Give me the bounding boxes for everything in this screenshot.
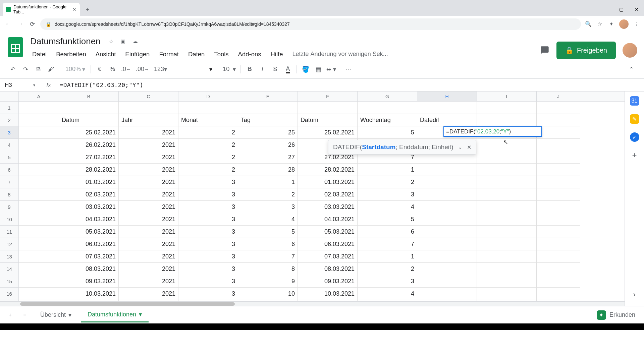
cell[interactable]: 05.03.2021 bbox=[298, 226, 358, 238]
more-toolbar-icon[interactable]: ⋯ bbox=[343, 63, 355, 75]
cell[interactable]: 2021 bbox=[119, 250, 178, 263]
expand-hint-icon[interactable]: ⌄ bbox=[458, 144, 462, 150]
maximize-icon[interactable]: ▢ bbox=[614, 3, 629, 16]
cell[interactable]: 28.02.2021 bbox=[59, 164, 119, 176]
cell[interactable] bbox=[19, 102, 59, 114]
formula-input[interactable]: =DATEDIF("02.03.20;"Y") bbox=[57, 81, 644, 88]
cell[interactable]: 7 bbox=[358, 238, 417, 250]
undo-icon[interactable]: ↶ bbox=[7, 63, 19, 75]
row-header[interactable]: 6 bbox=[0, 164, 19, 176]
cell[interactable] bbox=[19, 126, 59, 139]
cell[interactable]: 3 bbox=[178, 288, 238, 300]
cell[interactable] bbox=[477, 201, 537, 213]
cell[interactable]: 5 bbox=[358, 126, 417, 139]
sheet-tab-uebersicht[interactable]: Übersicht ▾ bbox=[34, 308, 78, 322]
cell[interactable]: 10.03.2021 bbox=[298, 288, 358, 300]
cell[interactable] bbox=[19, 164, 59, 176]
cell[interactable]: 01.03.2021 bbox=[298, 176, 358, 188]
row-header[interactable]: 3 bbox=[0, 126, 19, 139]
row-header[interactable]: 14 bbox=[0, 263, 19, 275]
cell[interactable] bbox=[537, 288, 580, 300]
menu-ansicht[interactable]: Ansicht bbox=[92, 49, 120, 60]
sheets-logo-icon[interactable] bbox=[7, 36, 24, 59]
cell[interactable] bbox=[19, 114, 59, 126]
col-header-f[interactable]: F bbox=[298, 92, 358, 101]
row-header[interactable]: 2 bbox=[0, 114, 19, 126]
cell[interactable] bbox=[417, 188, 477, 201]
menu-datei[interactable]: Datei bbox=[28, 49, 51, 60]
cell[interactable]: 1 bbox=[358, 250, 417, 263]
sheet-tab-datumsfunktionen[interactable]: Datumsfunktionen ▾ bbox=[81, 307, 149, 322]
menu-tools[interactable]: Tools bbox=[210, 49, 232, 60]
cell[interactable] bbox=[298, 102, 358, 114]
cell[interactable]: Datum bbox=[298, 114, 358, 126]
cell[interactable] bbox=[417, 275, 477, 288]
cell[interactable] bbox=[19, 275, 59, 288]
cell[interactable]: 2021 bbox=[119, 188, 178, 201]
cell[interactable]: 03.03.2021 bbox=[298, 201, 358, 213]
redo-icon[interactable]: ↷ bbox=[19, 63, 32, 75]
cell[interactable]: Wochentag bbox=[358, 114, 417, 126]
cell[interactable]: 8 bbox=[238, 263, 298, 275]
cell[interactable] bbox=[19, 250, 59, 263]
menu-bearbeiten[interactable]: Bearbeiten bbox=[52, 49, 90, 60]
cell[interactable] bbox=[417, 176, 477, 188]
profile-avatar-icon[interactable] bbox=[619, 19, 629, 29]
col-header-h[interactable]: H bbox=[417, 92, 477, 101]
cell[interactable]: 04.03.2021 bbox=[298, 213, 358, 226]
cell[interactable] bbox=[477, 288, 537, 300]
cell[interactable] bbox=[477, 176, 537, 188]
cell[interactable]: 3 bbox=[178, 213, 238, 226]
row-header[interactable]: 8 bbox=[0, 188, 19, 201]
share-button[interactable]: 🔒 Freigeben bbox=[556, 42, 616, 59]
cell[interactable]: 1 bbox=[238, 176, 298, 188]
col-header-g[interactable]: G bbox=[358, 92, 417, 101]
cell[interactable]: 3 bbox=[178, 250, 238, 263]
cell[interactable] bbox=[537, 176, 580, 188]
cell[interactable]: 25.02.2021 bbox=[59, 126, 119, 139]
cell[interactable]: 25 bbox=[238, 126, 298, 139]
cell[interactable]: 3 bbox=[178, 275, 238, 288]
cell[interactable]: 08.03.2021 bbox=[59, 263, 119, 275]
cell[interactable]: 10.03.2021 bbox=[59, 288, 119, 300]
cell[interactable]: 2021 bbox=[119, 213, 178, 226]
cell[interactable]: 2021 bbox=[119, 164, 178, 176]
cell[interactable]: 3 bbox=[178, 263, 238, 275]
calendar-addon-icon[interactable]: 31 bbox=[630, 96, 639, 106]
cell[interactable]: 7 bbox=[238, 250, 298, 263]
extensions-icon[interactable]: ✦ bbox=[608, 21, 614, 27]
font-family-select[interactable]: ▾ bbox=[175, 66, 215, 73]
decrease-decimal-button[interactable]: .0← bbox=[119, 63, 133, 75]
cell[interactable]: 2 bbox=[358, 176, 417, 188]
cell[interactable] bbox=[19, 176, 59, 188]
borders-icon[interactable]: ▦ bbox=[312, 63, 324, 75]
cell[interactable]: 4 bbox=[358, 201, 417, 213]
cell[interactable] bbox=[417, 201, 477, 213]
cell[interactable] bbox=[19, 188, 59, 201]
comments-icon[interactable] bbox=[540, 45, 550, 55]
cell[interactable] bbox=[477, 213, 537, 226]
cell[interactable]: 28 bbox=[238, 164, 298, 176]
menu-hilfe[interactable]: Hilfe bbox=[266, 49, 287, 60]
bold-icon[interactable]: B bbox=[244, 63, 256, 75]
row-header[interactable]: 16 bbox=[0, 288, 19, 300]
row-header[interactable]: 12 bbox=[0, 238, 19, 250]
cell[interactable]: 3 bbox=[358, 188, 417, 201]
cell[interactable] bbox=[19, 151, 59, 164]
bookmark-star-icon[interactable]: ☆ bbox=[596, 21, 603, 27]
cell[interactable] bbox=[417, 250, 477, 263]
cell[interactable] bbox=[238, 102, 298, 114]
row-header[interactable]: 9 bbox=[0, 201, 19, 213]
select-all-corner[interactable] bbox=[0, 92, 19, 101]
cell[interactable]: 6 bbox=[238, 238, 298, 250]
cell[interactable]: 04.03.2021 bbox=[59, 213, 119, 226]
cell[interactable]: 3 bbox=[178, 201, 238, 213]
cell[interactable]: Jahr bbox=[119, 114, 178, 126]
explore-button[interactable]: ✦ Erkunden bbox=[592, 308, 640, 322]
cell[interactable]: 2021 bbox=[119, 201, 178, 213]
cell[interactable]: 2021 bbox=[119, 275, 178, 288]
col-header-j[interactable]: J bbox=[537, 92, 580, 101]
print-icon[interactable]: 🖶 bbox=[32, 63, 44, 75]
col-header-d[interactable]: D bbox=[178, 92, 238, 101]
row-header[interactable]: 13 bbox=[0, 250, 19, 263]
